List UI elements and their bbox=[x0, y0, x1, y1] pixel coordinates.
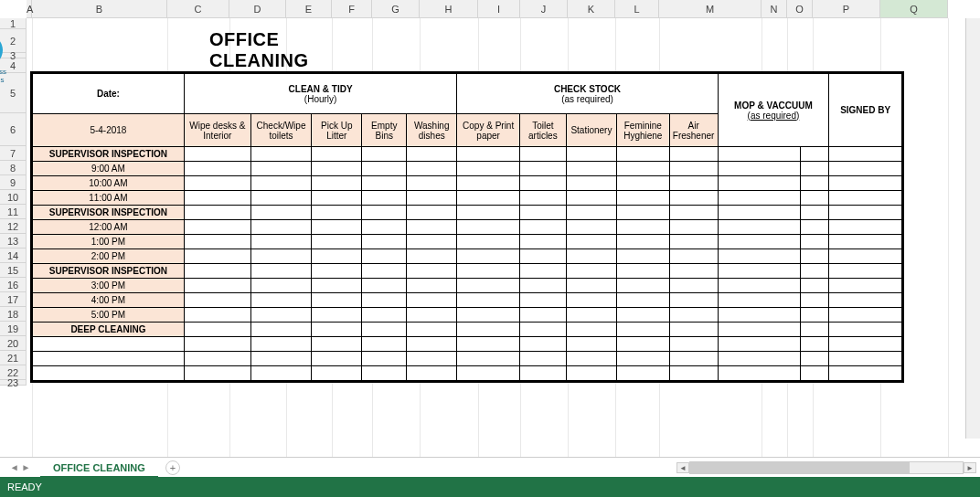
supervisor-row[interactable]: DEEP CLEANING bbox=[33, 323, 185, 337]
cell[interactable] bbox=[519, 162, 566, 176]
cell[interactable] bbox=[312, 337, 362, 352]
cell[interactable] bbox=[519, 220, 566, 235]
cell[interactable] bbox=[669, 293, 718, 308]
cell[interactable] bbox=[669, 147, 718, 162]
col-header-L[interactable]: L bbox=[615, 0, 659, 18]
cell[interactable] bbox=[519, 323, 566, 337]
cell[interactable] bbox=[801, 235, 829, 249]
cell[interactable] bbox=[801, 191, 829, 206]
cell[interactable] bbox=[362, 206, 407, 220]
cell[interactable] bbox=[519, 293, 566, 308]
supervisor-row[interactable]: SUPERVISOR INSPECTION bbox=[33, 206, 185, 220]
cell[interactable] bbox=[184, 176, 250, 191]
time-row[interactable]: 9:00 AM bbox=[33, 162, 185, 176]
cell[interactable] bbox=[519, 366, 566, 381]
tab-nav-buttons[interactable]: ◄ ► bbox=[0, 462, 40, 472]
cell[interactable] bbox=[362, 366, 407, 381]
vertical-scrollbar[interactable] bbox=[965, 18, 980, 439]
cell[interactable] bbox=[184, 147, 250, 162]
cell[interactable] bbox=[250, 323, 311, 337]
cell[interactable] bbox=[250, 279, 311, 293]
cell[interactable] bbox=[362, 147, 407, 162]
cell[interactable] bbox=[519, 352, 566, 366]
cell[interactable] bbox=[312, 220, 362, 235]
time-row[interactable]: 12:00 AM bbox=[33, 220, 185, 235]
sheet-tab-active[interactable]: OFFICE CLEANING bbox=[40, 458, 158, 478]
cell[interactable] bbox=[617, 147, 670, 162]
row-header-10[interactable]: 10 bbox=[0, 190, 27, 205]
cell[interactable] bbox=[184, 308, 250, 323]
cell[interactable] bbox=[829, 323, 902, 337]
cell[interactable] bbox=[829, 191, 902, 206]
cell[interactable] bbox=[669, 323, 718, 337]
cell[interactable] bbox=[184, 352, 250, 366]
cell[interactable] bbox=[312, 279, 362, 293]
cell[interactable] bbox=[669, 352, 718, 366]
cell[interactable] bbox=[617, 235, 670, 249]
cell[interactable] bbox=[669, 264, 718, 279]
cell[interactable] bbox=[801, 249, 829, 264]
cell[interactable] bbox=[457, 366, 520, 381]
cell[interactable] bbox=[718, 191, 801, 206]
col-header-C[interactable]: C bbox=[167, 0, 229, 18]
cell[interactable] bbox=[718, 162, 801, 176]
cell[interactable] bbox=[362, 323, 407, 337]
cell[interactable] bbox=[718, 308, 801, 323]
scroll-left-icon[interactable]: ◄ bbox=[676, 462, 689, 473]
cell[interactable] bbox=[617, 352, 670, 366]
cell[interactable] bbox=[829, 337, 902, 352]
cell[interactable] bbox=[457, 293, 520, 308]
cell[interactable] bbox=[519, 337, 566, 352]
cell[interactable] bbox=[407, 323, 457, 337]
cell[interactable] bbox=[184, 235, 250, 249]
cell[interactable] bbox=[669, 176, 718, 191]
cell[interactable] bbox=[250, 176, 311, 191]
row-header-14[interactable]: 14 bbox=[0, 248, 27, 263]
cell[interactable] bbox=[718, 220, 801, 235]
cell[interactable] bbox=[801, 337, 829, 352]
blank-row[interactable] bbox=[33, 366, 185, 381]
cell[interactable] bbox=[519, 279, 566, 293]
cell[interactable] bbox=[519, 235, 566, 249]
cell[interactable] bbox=[362, 162, 407, 176]
horizontal-scrollbar[interactable]: ◄ ► bbox=[689, 461, 964, 474]
cell[interactable] bbox=[519, 147, 566, 162]
row-header-15[interactable]: 15 bbox=[0, 263, 27, 278]
cell[interactable] bbox=[519, 191, 566, 206]
cell[interactable] bbox=[362, 264, 407, 279]
time-row[interactable]: 1:00 PM bbox=[33, 235, 185, 249]
col-header-M[interactable]: M bbox=[659, 0, 762, 18]
cell[interactable] bbox=[519, 176, 566, 191]
cell[interactable] bbox=[407, 147, 457, 162]
col-header-J[interactable]: J bbox=[520, 0, 568, 18]
cell[interactable] bbox=[669, 162, 718, 176]
time-row[interactable]: 3:00 PM bbox=[33, 279, 185, 293]
cell[interactable] bbox=[829, 279, 902, 293]
cell[interactable] bbox=[250, 264, 311, 279]
cell[interactable] bbox=[617, 206, 670, 220]
cell[interactable] bbox=[407, 235, 457, 249]
cell[interactable] bbox=[407, 264, 457, 279]
cell[interactable] bbox=[457, 337, 520, 352]
cell[interactable] bbox=[829, 235, 902, 249]
col-header-F[interactable]: F bbox=[332, 0, 372, 18]
col-header-B[interactable]: B bbox=[32, 0, 167, 18]
cell[interactable] bbox=[312, 308, 362, 323]
cell[interactable] bbox=[617, 293, 670, 308]
blank-row[interactable] bbox=[33, 337, 185, 352]
cell[interactable] bbox=[457, 206, 520, 220]
row-header-12[interactable]: 12 bbox=[0, 219, 27, 234]
cell[interactable] bbox=[617, 249, 670, 264]
cell[interactable] bbox=[407, 176, 457, 191]
time-row[interactable]: 10:00 AM bbox=[33, 176, 185, 191]
cell[interactable] bbox=[312, 264, 362, 279]
row-header-9[interactable]: 9 bbox=[0, 175, 27, 190]
add-sheet-button[interactable]: + bbox=[165, 460, 180, 475]
cell[interactable] bbox=[566, 162, 616, 176]
cell[interactable] bbox=[617, 323, 670, 337]
cell[interactable] bbox=[312, 352, 362, 366]
cell[interactable] bbox=[407, 220, 457, 235]
cell[interactable] bbox=[362, 352, 407, 366]
row-header-16[interactable]: 16 bbox=[0, 278, 27, 292]
cell[interactable] bbox=[407, 191, 457, 206]
